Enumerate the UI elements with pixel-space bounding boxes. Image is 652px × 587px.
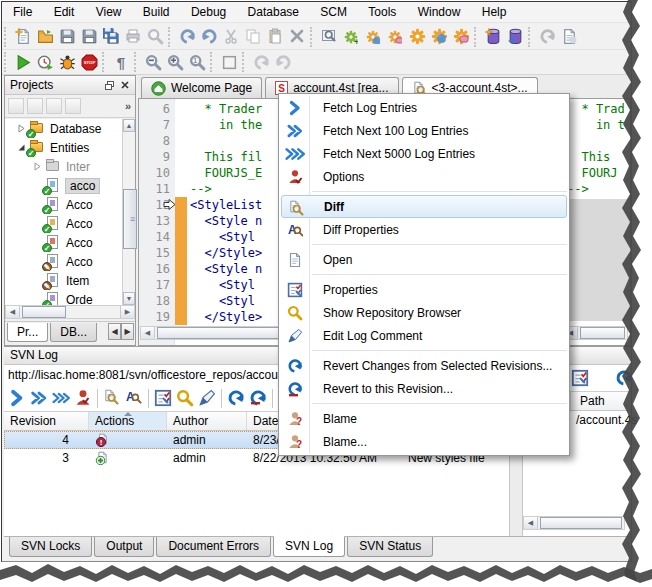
close-panel-button[interactable]	[117, 78, 132, 92]
menu-item-options[interactable]: Options	[279, 165, 569, 188]
revert-to-revision-button[interactable]	[247, 387, 269, 409]
scroll-left-arrow[interactable]: ◀	[524, 517, 538, 529]
options-button[interactable]	[72, 387, 94, 409]
menu-edit[interactable]: Edit	[45, 2, 84, 23]
zoom-in-button[interactable]	[164, 51, 186, 73]
clean-button[interactable]	[384, 26, 406, 48]
repository-browser-button[interactable]	[174, 387, 196, 409]
tab-svn-locks[interactable]: SVN Locks	[9, 537, 92, 557]
menu-item-revert-to-revision[interactable]: Revert to this Revision...	[279, 377, 569, 400]
toolbar-grip[interactable]	[134, 52, 140, 72]
save-all-button[interactable]	[100, 26, 122, 48]
column-header-revision[interactable]: Revision	[4, 412, 89, 430]
delete-button[interactable]	[286, 26, 308, 48]
profile-button[interactable]	[34, 51, 56, 73]
cut-button[interactable]	[220, 26, 242, 48]
undo-button[interactable]	[176, 26, 198, 48]
find-button[interactable]	[144, 26, 166, 48]
toolbar-grip[interactable]	[242, 52, 248, 72]
float-panel-button[interactable]	[102, 78, 117, 92]
menu-item-fetch-next-5000[interactable]: Fetch Next 5000 Log Entries	[279, 142, 569, 165]
debug-button[interactable]	[56, 51, 78, 73]
open-file-button[interactable]	[34, 26, 56, 48]
tab-svn-log[interactable]: SVN Log	[273, 536, 345, 557]
properties-button[interactable]	[152, 387, 174, 409]
toolbar-overflow-button[interactable]: »	[125, 100, 131, 112]
preview-button[interactable]	[318, 26, 340, 48]
link-button[interactable]	[362, 26, 384, 48]
projects-tree-vertical-scrollbar[interactable]: ▲ ▼	[122, 119, 135, 305]
generate-button[interactable]	[558, 26, 580, 48]
toolbar-grip[interactable]	[168, 27, 174, 47]
run-button[interactable]	[12, 51, 34, 73]
projects-tool-button-1[interactable]	[8, 98, 24, 114]
build-button[interactable]	[406, 26, 428, 48]
tree-item-orde[interactable]: ✓ Orde	[5, 290, 135, 305]
menu-view[interactable]: View	[87, 2, 131, 23]
stop-button[interactable]	[78, 51, 100, 73]
tab-db-browser[interactable]: DB...	[50, 323, 97, 342]
tree-item-acco-4[interactable]: ✓ Acco	[5, 233, 135, 252]
tree-item-acco-3[interactable]: ✓ Acco	[5, 214, 135, 233]
tree-item-database[interactable]: ✓ Database	[5, 119, 135, 138]
toolbar-grip[interactable]	[528, 27, 534, 47]
tab-svn-status[interactable]: SVN Status	[347, 537, 433, 557]
paste-button[interactable]	[264, 26, 286, 48]
clean-all-button[interactable]	[450, 26, 472, 48]
menu-window[interactable]: Window	[409, 2, 470, 23]
new-database-button[interactable]	[482, 26, 504, 48]
scrollbar-thumb[interactable]	[123, 189, 137, 249]
new-file-button[interactable]	[12, 26, 34, 48]
back-button[interactable]	[250, 51, 272, 73]
expander-collapsed-icon[interactable]	[33, 162, 42, 171]
projects-tool-button-3[interactable]	[46, 98, 62, 114]
scrollbar-thumb[interactable]	[540, 517, 622, 529]
tree-item-acco-2[interactable]: ✓ Acco	[5, 195, 135, 214]
expander-expanded-icon[interactable]	[17, 143, 26, 152]
fetch-5000-button[interactable]	[50, 387, 72, 409]
compile-button[interactable]: +	[340, 26, 362, 48]
tree-item-acco[interactable]: ✓ acco	[5, 176, 135, 195]
toolbar-grip[interactable]	[474, 27, 480, 47]
tab-document-errors[interactable]: Document Errors	[156, 537, 271, 557]
menu-scm[interactable]: SCM	[311, 2, 356, 23]
refresh-button[interactable]	[536, 26, 558, 48]
menu-item-fetch-next-100[interactable]: Fetch Next 100 Log Entries	[279, 119, 569, 142]
tab-welcome-page[interactable]: Welcome Page	[141, 77, 262, 98]
projects-tool-button-2[interactable]	[27, 98, 43, 114]
scroll-up-arrow[interactable]: ▲	[123, 119, 135, 132]
column-header-author[interactable]: Author	[167, 412, 247, 430]
forward-button[interactable]	[272, 51, 294, 73]
tree-item-item[interactable]: ✎ Item	[5, 271, 135, 290]
save-button[interactable]	[56, 26, 78, 48]
menu-item-blame-dialog[interactable]: ? Blame...	[279, 430, 569, 453]
tab-scroll-left[interactable]: ◀	[108, 323, 121, 340]
projects-horizontal-scrollbar[interactable]: ◀ ▶	[5, 305, 135, 319]
properties-button[interactable]	[569, 367, 591, 389]
menu-debug[interactable]: Debug	[182, 2, 235, 23]
menu-item-properties[interactable]: Properties	[279, 278, 569, 301]
scroll-left-arrow[interactable]: ◀	[141, 327, 155, 339]
menu-item-edit-log-comment[interactable]: Edit Log Comment	[279, 324, 569, 347]
toolbar-grip[interactable]	[4, 52, 10, 72]
scroll-down-arrow[interactable]: ▼	[123, 292, 135, 305]
toolbar-grip[interactable]	[210, 52, 216, 72]
status-horizontal-scrollbar[interactable]: ◀	[523, 516, 625, 530]
import-database-button[interactable]	[504, 26, 526, 48]
print-button[interactable]	[122, 26, 144, 48]
projects-tool-button-4[interactable]	[65, 98, 81, 114]
edit-log-comment-button[interactable]	[196, 387, 218, 409]
scroll-right-arrow[interactable]: ▶	[120, 306, 134, 318]
tree-item-acco-5[interactable]: ✎ Acco	[5, 252, 135, 271]
zoom-100-button[interactable]: 1	[186, 51, 208, 73]
diff-button[interactable]	[101, 387, 123, 409]
toolbar-grip[interactable]	[310, 27, 316, 47]
formatting-marks-button[interactable]: ¶	[110, 51, 132, 73]
diff-properties-button[interactable]: A	[123, 387, 145, 409]
menu-item-fetch-log-entries[interactable]: Fetch Log Entries	[279, 96, 569, 119]
toolbar-grip[interactable]	[102, 52, 108, 72]
fetch-log-button[interactable]	[6, 387, 28, 409]
copy-button[interactable]	[242, 26, 264, 48]
tab-output[interactable]: Output	[94, 537, 154, 557]
menu-item-revert-changes[interactable]: Revert Changes from Selected Revisions..…	[279, 354, 569, 377]
